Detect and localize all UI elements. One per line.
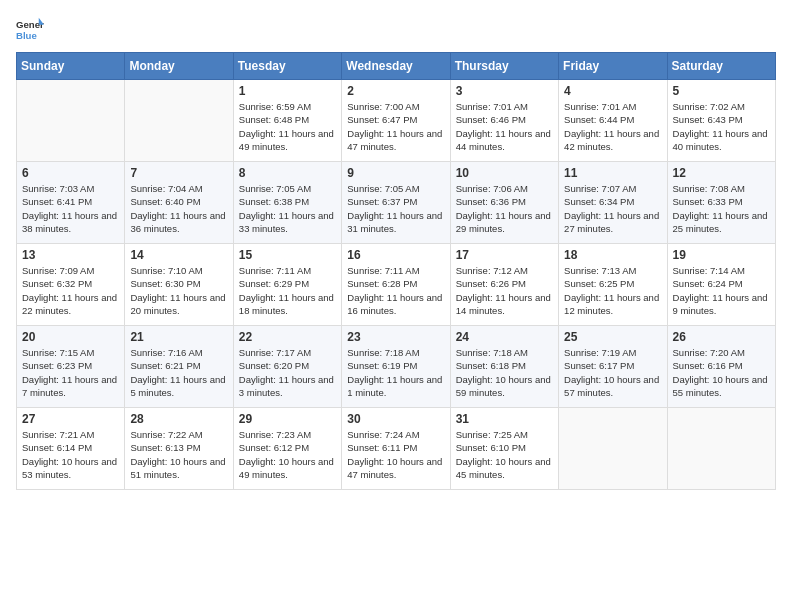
- calendar-cell: 5Sunrise: 7:02 AM Sunset: 6:43 PM Daylig…: [667, 80, 775, 162]
- day-info: Sunrise: 7:23 AM Sunset: 6:12 PM Dayligh…: [239, 428, 336, 481]
- day-info: Sunrise: 7:20 AM Sunset: 6:16 PM Dayligh…: [673, 346, 770, 399]
- day-number: 16: [347, 248, 444, 262]
- calendar-cell: 14Sunrise: 7:10 AM Sunset: 6:30 PM Dayli…: [125, 244, 233, 326]
- calendar-cell: [17, 80, 125, 162]
- calendar-cell: 4Sunrise: 7:01 AM Sunset: 6:44 PM Daylig…: [559, 80, 667, 162]
- day-info: Sunrise: 7:09 AM Sunset: 6:32 PM Dayligh…: [22, 264, 119, 317]
- day-number: 5: [673, 84, 770, 98]
- day-number: 13: [22, 248, 119, 262]
- calendar-cell: 24Sunrise: 7:18 AM Sunset: 6:18 PM Dayli…: [450, 326, 558, 408]
- day-number: 21: [130, 330, 227, 344]
- calendar-cell: 16Sunrise: 7:11 AM Sunset: 6:28 PM Dayli…: [342, 244, 450, 326]
- day-number: 1: [239, 84, 336, 98]
- calendar-week-2: 6Sunrise: 7:03 AM Sunset: 6:41 PM Daylig…: [17, 162, 776, 244]
- weekday-tuesday: Tuesday: [233, 53, 341, 80]
- calendar-cell: 20Sunrise: 7:15 AM Sunset: 6:23 PM Dayli…: [17, 326, 125, 408]
- day-number: 17: [456, 248, 553, 262]
- day-number: 31: [456, 412, 553, 426]
- day-info: Sunrise: 7:11 AM Sunset: 6:29 PM Dayligh…: [239, 264, 336, 317]
- calendar-week-4: 20Sunrise: 7:15 AM Sunset: 6:23 PM Dayli…: [17, 326, 776, 408]
- day-info: Sunrise: 7:18 AM Sunset: 6:18 PM Dayligh…: [456, 346, 553, 399]
- weekday-saturday: Saturday: [667, 53, 775, 80]
- day-info: Sunrise: 7:03 AM Sunset: 6:41 PM Dayligh…: [22, 182, 119, 235]
- calendar-cell: 22Sunrise: 7:17 AM Sunset: 6:20 PM Dayli…: [233, 326, 341, 408]
- day-info: Sunrise: 7:06 AM Sunset: 6:36 PM Dayligh…: [456, 182, 553, 235]
- day-info: Sunrise: 7:15 AM Sunset: 6:23 PM Dayligh…: [22, 346, 119, 399]
- day-info: Sunrise: 7:16 AM Sunset: 6:21 PM Dayligh…: [130, 346, 227, 399]
- day-info: Sunrise: 7:04 AM Sunset: 6:40 PM Dayligh…: [130, 182, 227, 235]
- day-info: Sunrise: 7:10 AM Sunset: 6:30 PM Dayligh…: [130, 264, 227, 317]
- calendar-cell: 17Sunrise: 7:12 AM Sunset: 6:26 PM Dayli…: [450, 244, 558, 326]
- calendar-cell: 10Sunrise: 7:06 AM Sunset: 6:36 PM Dayli…: [450, 162, 558, 244]
- day-number: 25: [564, 330, 661, 344]
- day-info: Sunrise: 7:11 AM Sunset: 6:28 PM Dayligh…: [347, 264, 444, 317]
- calendar-cell: 11Sunrise: 7:07 AM Sunset: 6:34 PM Dayli…: [559, 162, 667, 244]
- day-info: Sunrise: 7:01 AM Sunset: 6:44 PM Dayligh…: [564, 100, 661, 153]
- day-number: 4: [564, 84, 661, 98]
- day-number: 26: [673, 330, 770, 344]
- day-info: Sunrise: 7:05 AM Sunset: 6:37 PM Dayligh…: [347, 182, 444, 235]
- day-info: Sunrise: 7:22 AM Sunset: 6:13 PM Dayligh…: [130, 428, 227, 481]
- day-number: 3: [456, 84, 553, 98]
- calendar-cell: 28Sunrise: 7:22 AM Sunset: 6:13 PM Dayli…: [125, 408, 233, 490]
- day-number: 8: [239, 166, 336, 180]
- calendar-cell: 30Sunrise: 7:24 AM Sunset: 6:11 PM Dayli…: [342, 408, 450, 490]
- weekday-sunday: Sunday: [17, 53, 125, 80]
- day-number: 2: [347, 84, 444, 98]
- calendar-cell: 6Sunrise: 7:03 AM Sunset: 6:41 PM Daylig…: [17, 162, 125, 244]
- calendar-cell: 31Sunrise: 7:25 AM Sunset: 6:10 PM Dayli…: [450, 408, 558, 490]
- day-info: Sunrise: 7:18 AM Sunset: 6:19 PM Dayligh…: [347, 346, 444, 399]
- calendar-cell: 13Sunrise: 7:09 AM Sunset: 6:32 PM Dayli…: [17, 244, 125, 326]
- calendar-cell: 26Sunrise: 7:20 AM Sunset: 6:16 PM Dayli…: [667, 326, 775, 408]
- day-number: 30: [347, 412, 444, 426]
- day-number: 6: [22, 166, 119, 180]
- calendar-cell: [125, 80, 233, 162]
- page-header: General Blue: [16, 16, 776, 44]
- day-info: Sunrise: 7:02 AM Sunset: 6:43 PM Dayligh…: [673, 100, 770, 153]
- calendar-cell: 2Sunrise: 7:00 AM Sunset: 6:47 PM Daylig…: [342, 80, 450, 162]
- calendar-week-5: 27Sunrise: 7:21 AM Sunset: 6:14 PM Dayli…: [17, 408, 776, 490]
- calendar-cell: 7Sunrise: 7:04 AM Sunset: 6:40 PM Daylig…: [125, 162, 233, 244]
- calendar-cell: 8Sunrise: 7:05 AM Sunset: 6:38 PM Daylig…: [233, 162, 341, 244]
- calendar-cell: 29Sunrise: 7:23 AM Sunset: 6:12 PM Dayli…: [233, 408, 341, 490]
- day-number: 18: [564, 248, 661, 262]
- day-info: Sunrise: 7:21 AM Sunset: 6:14 PM Dayligh…: [22, 428, 119, 481]
- day-info: Sunrise: 7:08 AM Sunset: 6:33 PM Dayligh…: [673, 182, 770, 235]
- calendar-cell: 23Sunrise: 7:18 AM Sunset: 6:19 PM Dayli…: [342, 326, 450, 408]
- day-info: Sunrise: 7:12 AM Sunset: 6:26 PM Dayligh…: [456, 264, 553, 317]
- calendar-cell: 18Sunrise: 7:13 AM Sunset: 6:25 PM Dayli…: [559, 244, 667, 326]
- day-info: Sunrise: 7:24 AM Sunset: 6:11 PM Dayligh…: [347, 428, 444, 481]
- calendar-cell: 19Sunrise: 7:14 AM Sunset: 6:24 PM Dayli…: [667, 244, 775, 326]
- day-info: Sunrise: 6:59 AM Sunset: 6:48 PM Dayligh…: [239, 100, 336, 153]
- day-number: 11: [564, 166, 661, 180]
- day-number: 10: [456, 166, 553, 180]
- calendar-cell: 27Sunrise: 7:21 AM Sunset: 6:14 PM Dayli…: [17, 408, 125, 490]
- calendar-cell: [667, 408, 775, 490]
- logo: General Blue: [16, 16, 44, 44]
- day-info: Sunrise: 7:14 AM Sunset: 6:24 PM Dayligh…: [673, 264, 770, 317]
- day-info: Sunrise: 7:25 AM Sunset: 6:10 PM Dayligh…: [456, 428, 553, 481]
- day-info: Sunrise: 7:13 AM Sunset: 6:25 PM Dayligh…: [564, 264, 661, 317]
- day-info: Sunrise: 7:07 AM Sunset: 6:34 PM Dayligh…: [564, 182, 661, 235]
- day-number: 29: [239, 412, 336, 426]
- day-number: 7: [130, 166, 227, 180]
- weekday-wednesday: Wednesday: [342, 53, 450, 80]
- calendar-cell: 12Sunrise: 7:08 AM Sunset: 6:33 PM Dayli…: [667, 162, 775, 244]
- svg-text:Blue: Blue: [16, 30, 37, 41]
- calendar-table: SundayMondayTuesdayWednesdayThursdayFrid…: [16, 52, 776, 490]
- calendar-cell: 25Sunrise: 7:19 AM Sunset: 6:17 PM Dayli…: [559, 326, 667, 408]
- calendar-cell: [559, 408, 667, 490]
- weekday-friday: Friday: [559, 53, 667, 80]
- day-info: Sunrise: 7:19 AM Sunset: 6:17 PM Dayligh…: [564, 346, 661, 399]
- day-number: 12: [673, 166, 770, 180]
- day-number: 20: [22, 330, 119, 344]
- day-number: 22: [239, 330, 336, 344]
- calendar-cell: 3Sunrise: 7:01 AM Sunset: 6:46 PM Daylig…: [450, 80, 558, 162]
- calendar-week-1: 1Sunrise: 6:59 AM Sunset: 6:48 PM Daylig…: [17, 80, 776, 162]
- day-number: 24: [456, 330, 553, 344]
- logo-icon: General Blue: [16, 16, 44, 44]
- calendar-body: 1Sunrise: 6:59 AM Sunset: 6:48 PM Daylig…: [17, 80, 776, 490]
- weekday-thursday: Thursday: [450, 53, 558, 80]
- day-info: Sunrise: 7:00 AM Sunset: 6:47 PM Dayligh…: [347, 100, 444, 153]
- day-number: 23: [347, 330, 444, 344]
